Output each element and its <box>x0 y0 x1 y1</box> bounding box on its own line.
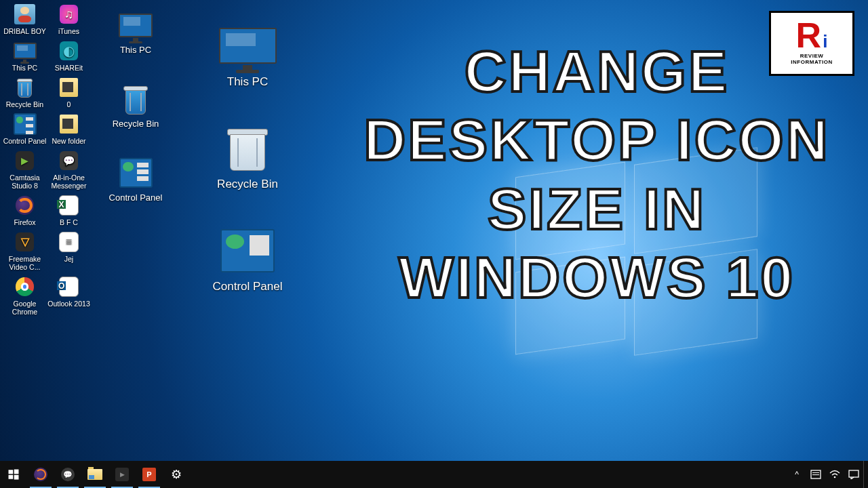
messenger-icon <box>60 151 78 169</box>
desktop-icons-large: This PC Recycle Bin Control Panel <box>197 20 298 327</box>
messenger-icon <box>61 468 75 481</box>
folder-icon <box>60 78 78 96</box>
taskbar-firefox[interactable] <box>27 461 54 488</box>
desktop-icon-0[interactable]: 0 <box>47 76 91 108</box>
text-file-icon <box>59 232 79 251</box>
badge-logo: Ri <box>796 22 828 50</box>
control-panel-icon <box>220 229 275 272</box>
svg-rect-6 <box>812 474 819 475</box>
taskbar-camtasia[interactable] <box>108 461 136 488</box>
tray-input-indicator[interactable] <box>806 461 825 488</box>
svg-rect-1 <box>14 470 19 474</box>
tray-show-hidden[interactable]: ^ <box>787 461 806 488</box>
file-explorer-icon <box>87 469 102 480</box>
outlook-icon <box>59 277 79 296</box>
desktop-icon-recycle-bin-lg[interactable]: Recycle Bin <box>197 123 298 191</box>
icon-label: This PC <box>120 45 151 55</box>
video-title-overlay: CHANGE DESKTOP ICON SIZE IN WINDOWS 10 <box>353 37 841 312</box>
svg-rect-0 <box>9 470 14 474</box>
tray-network[interactable] <box>825 461 844 488</box>
camtasia-icon <box>16 151 34 169</box>
desktop-icon-freemake[interactable]: Freemake Video C... <box>3 230 47 271</box>
itunes-icon <box>60 5 78 23</box>
recycle-bin-icon <box>122 84 149 115</box>
freemake-icon <box>16 232 34 251</box>
desktop-icon-recycle-bin[interactable]: Recycle Bin <box>3 76 47 108</box>
desktop-icon-this-pc-med[interactable]: This PC <box>102 8 170 55</box>
icon-label: B F C <box>60 218 78 226</box>
taskbar-messenger[interactable] <box>54 461 81 488</box>
icon-label: Outlook 2013 <box>47 300 90 308</box>
desktop-icon-control-panel-med[interactable]: Control Panel <box>102 156 170 203</box>
icon-label: Camtasia Studio 8 <box>9 174 39 190</box>
icon-label: Google Chrome <box>12 300 37 316</box>
icon-label: Control Panel <box>3 137 47 145</box>
firefox-icon <box>34 468 47 481</box>
control-panel-icon <box>119 158 153 188</box>
taskbar-file-explorer[interactable] <box>81 461 108 488</box>
taskbar: P ⚙ ^ <box>0 461 868 488</box>
desktop-icon-aio-messenger[interactable]: All-in-One Messenger <box>47 149 91 190</box>
icon-label: Freemake Video C... <box>9 255 41 271</box>
desktop-icon-dribal-boy[interactable]: DRIBAL BOY <box>3 3 47 35</box>
title-line-1: CHANGE <box>353 37 841 106</box>
svg-rect-5 <box>812 472 819 473</box>
desktop-icon-this-pc[interactable]: This PC <box>3 39 47 72</box>
icon-label: This PC <box>12 64 37 72</box>
icon-label: SHAREit <box>55 64 83 72</box>
shareit-icon <box>60 41 78 60</box>
desktop-icon-new-folder[interactable]: New folder <box>47 113 91 145</box>
desktop-icon-chrome[interactable]: Google Chrome <box>3 275 47 316</box>
recycle-bin-icon <box>224 125 271 171</box>
icon-label: Recycle Bin <box>217 178 278 190</box>
firefox-icon <box>16 196 34 214</box>
desktop-icon-bfc[interactable]: B F C <box>47 194 91 226</box>
windows-start-icon <box>7 468 20 481</box>
icon-label: All-in-One Messenger <box>52 174 87 190</box>
desktop-icon-jej[interactable]: Jej <box>47 230 91 271</box>
gear-icon: ⚙ <box>171 467 182 482</box>
icon-label: iTunes <box>58 27 79 35</box>
icon-label: This PC <box>227 75 268 88</box>
desktop-icon-recycle-bin-med[interactable]: Recycle Bin <box>102 82 170 129</box>
desktop-icon-camtasia[interactable]: Camtasia Studio 8 <box>3 149 47 190</box>
icon-label: Recycle Bin <box>6 100 43 108</box>
icon-label: Firefox <box>14 218 35 226</box>
desktop-icon-shareit[interactable]: SHAREit <box>47 39 91 72</box>
icon-label: Control Panel <box>109 192 163 203</box>
title-line-3: SIZE IN <box>353 175 841 243</box>
user-icon <box>14 4 35 25</box>
system-tray: ^ <box>787 461 868 488</box>
notification-icon <box>848 470 859 479</box>
desktop-icon-itunes[interactable]: iTunes <box>47 3 91 35</box>
taskbar-settings[interactable]: ⚙ <box>163 461 190 488</box>
folder-icon <box>60 115 78 133</box>
channel-badge: Ri REVIEWINFORMATION <box>769 11 854 76</box>
desktop-icons-medium: This PC Recycle Bin Control Panel <box>102 8 170 230</box>
desktop-icons-small: DRIBAL BOY iTunes This PC SHAREit Recycl… <box>3 3 91 320</box>
desktop[interactable]: DRIBAL BOY iTunes This PC SHAREit Recycl… <box>0 0 868 488</box>
desktop-icon-firefox[interactable]: Firefox <box>3 194 47 226</box>
taskbar-powerpoint[interactable]: P <box>136 461 163 488</box>
this-pc-icon <box>219 28 277 64</box>
svg-rect-3 <box>14 475 19 480</box>
svg-point-7 <box>834 476 836 479</box>
desktop-icon-control-panel[interactable]: Control Panel <box>3 113 47 145</box>
camtasia-icon <box>115 468 129 481</box>
desktop-icon-control-panel-lg[interactable]: Control Panel <box>197 225 298 293</box>
title-line-4: WINDOWS 10 <box>353 243 841 312</box>
this-pc-icon <box>119 14 153 37</box>
start-button[interactable] <box>0 461 27 488</box>
icon-label: Recycle Bin <box>113 119 159 129</box>
svg-rect-2 <box>9 475 14 479</box>
tray-action-center[interactable] <box>844 461 863 488</box>
desktop-icon-outlook[interactable]: Outlook 2013 <box>47 275 91 316</box>
chrome-icon <box>16 277 34 296</box>
control-panel-icon <box>14 113 37 134</box>
icon-label: DRIBAL BOY <box>3 27 46 35</box>
show-desktop-button[interactable] <box>863 461 868 488</box>
wifi-icon <box>829 470 840 479</box>
icon-label: Control Panel <box>212 280 282 293</box>
desktop-icon-this-pc-lg[interactable]: This PC <box>197 20 298 89</box>
keyboard-icon <box>810 470 821 479</box>
